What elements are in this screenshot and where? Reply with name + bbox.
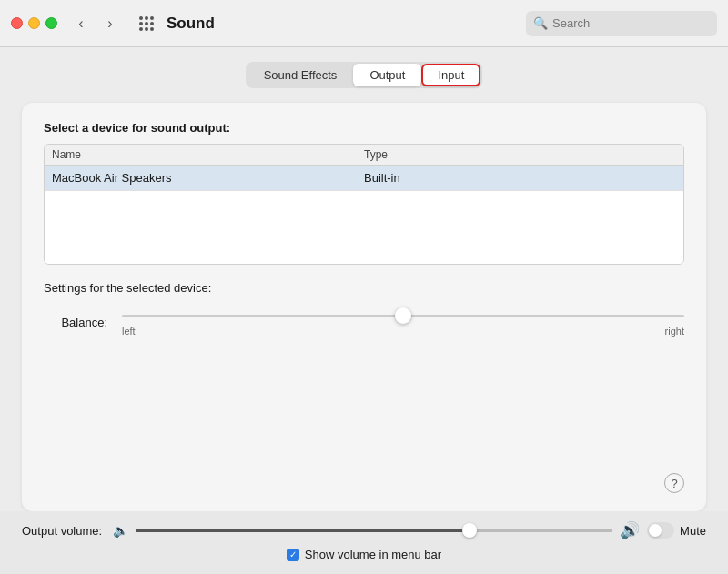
balance-slider-labels: left right xyxy=(122,326,684,337)
help-button[interactable]: ? xyxy=(664,473,684,493)
titlebar: ‹ › Sound 🔍 xyxy=(0,0,728,47)
mute-label: Mute xyxy=(680,524,706,538)
col-header-name: Name xyxy=(52,148,364,161)
balance-label: Balance: xyxy=(44,316,107,329)
grid-icon xyxy=(139,16,154,31)
tabs-container: Sound Effects Output Input xyxy=(22,62,706,88)
col-header-type: Type xyxy=(364,148,676,161)
nav-buttons: ‹ › xyxy=(68,11,123,36)
device-type: Built-in xyxy=(364,171,676,185)
minimize-button[interactable] xyxy=(28,17,40,29)
mute-checkbox-row: Mute xyxy=(647,522,706,539)
search-bar[interactable]: 🔍 xyxy=(526,11,717,36)
show-volume-row: ✓ Show volume in menu bar xyxy=(22,548,706,561)
table-empty-area xyxy=(45,191,683,264)
volume-row: Output volume: 🔈 🔊 Mute xyxy=(22,520,706,540)
balance-slider-container: left right xyxy=(122,307,684,337)
volume-low-icon: 🔈 xyxy=(113,523,128,538)
tab-input[interactable]: Input xyxy=(421,64,480,86)
forward-button[interactable]: › xyxy=(97,11,123,36)
close-button[interactable] xyxy=(11,17,23,29)
grid-button[interactable] xyxy=(134,11,159,36)
table-header: Name Type xyxy=(45,145,683,166)
balance-row: Balance: left right xyxy=(44,307,684,337)
window-title: Sound xyxy=(167,15,519,33)
show-volume-label: Show volume in menu bar xyxy=(305,548,441,561)
main-content: Sound Effects Output Input Select a devi… xyxy=(0,47,728,511)
volume-slider-fill xyxy=(136,529,470,532)
tab-sound-effects[interactable]: Sound Effects xyxy=(248,64,354,86)
mute-toggle[interactable] xyxy=(647,522,674,539)
search-input[interactable] xyxy=(552,16,710,30)
volume-high-icon: 🔊 xyxy=(620,520,640,540)
table-row[interactable]: MacBook Air Speakers Built-in xyxy=(45,166,683,191)
search-icon: 🔍 xyxy=(533,16,548,30)
balance-slider-line xyxy=(122,315,684,317)
balance-slider-track[interactable] xyxy=(122,307,684,324)
select-device-title: Select a device for sound output: xyxy=(44,121,684,135)
balance-right-label: right xyxy=(665,326,684,337)
settings-section-title: Settings for the selected device: xyxy=(44,281,684,295)
maximize-button[interactable] xyxy=(46,17,57,29)
tabs: Sound Effects Output Input xyxy=(246,62,483,88)
settings-panel: Select a device for sound output: Name T… xyxy=(22,103,706,511)
device-name: MacBook Air Speakers xyxy=(52,171,364,185)
balance-slider-thumb[interactable] xyxy=(395,307,411,324)
traffic-lights xyxy=(11,17,57,29)
balance-left-label: left xyxy=(122,326,136,337)
bottom-bar: Output volume: 🔈 🔊 Mute ✓ Show volume in… xyxy=(0,511,728,574)
output-volume-label: Output volume: xyxy=(22,524,102,538)
tab-output[interactable]: Output xyxy=(353,64,421,86)
volume-slider-track[interactable] xyxy=(136,529,612,532)
volume-slider-thumb[interactable] xyxy=(462,523,477,538)
device-table: Name Type MacBook Air Speakers Built-in xyxy=(44,144,684,265)
back-button[interactable]: ‹ xyxy=(68,11,94,36)
show-volume-checkbox[interactable]: ✓ xyxy=(287,549,299,561)
